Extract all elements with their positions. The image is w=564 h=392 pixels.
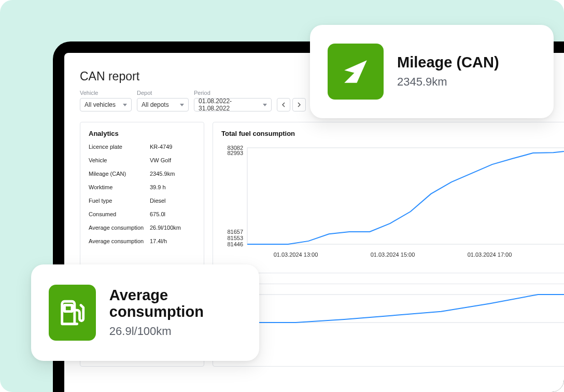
chart-body: 814468155381657829938308201.03.2024 13:0… [221, 145, 564, 262]
analytics-value: 39.9 h [150, 184, 166, 190]
analytics-rows: Licence plateKR-4749 VehicleVW Golf Mile… [89, 144, 195, 244]
chevron-down-icon [123, 104, 127, 106]
svg-text:83082: 83082 [227, 145, 243, 151]
svg-rect-10 [247, 148, 564, 244]
analytics-title: Analytics [89, 130, 195, 137]
analytics-label: Vehicle [89, 157, 150, 163]
fuel-pump-icon [49, 285, 96, 341]
analytics-value: Diesel [150, 198, 166, 204]
chevron-down-icon [263, 104, 267, 106]
depot-select[interactable]: All depots [137, 98, 189, 111]
stage: CAN report Vehicle All vehicles Depot Al… [0, 0, 564, 392]
card-title: Mileage (CAN) [397, 54, 499, 71]
chart-secondary: 240823241527 [213, 284, 564, 367]
card-mileage: Mileage (CAN) 2345.9km [310, 25, 554, 118]
card-value: 2345.9km [397, 75, 499, 89]
depot-select-value: All depots [142, 101, 169, 108]
analytics-row: Worktime39.9 h [89, 184, 195, 190]
charts-column: Total fuel consumption 81446815538165782… [213, 122, 564, 367]
card-value: 26.9l/100km [109, 325, 242, 338]
analytics-label: Mileage (CAN) [89, 171, 150, 177]
chevron-down-icon [180, 104, 184, 106]
analytics-value: 26.9l/100km [150, 225, 181, 231]
filter-label-vehicle: Vehicle [80, 90, 132, 96]
period-select-value: 01.08.2022-31.08.2022 [199, 97, 259, 112]
chart-body: 240823241527 [221, 291, 564, 340]
filter-label-period: Period [194, 90, 272, 96]
filter-label-depot: Depot [137, 90, 189, 96]
vehicle-select[interactable]: All vehicles [80, 98, 132, 111]
analytics-row: Average consumption17.4l/h [89, 238, 195, 244]
analytics-row: Mileage (CAN)2345.9km [89, 171, 195, 177]
navigate-icon [328, 44, 384, 100]
filter-vehicle: Vehicle All vehicles [80, 90, 132, 111]
prev-button[interactable] [277, 98, 290, 111]
svg-text:01.03.2024 17:00: 01.03.2024 17:00 [468, 251, 512, 258]
analytics-row: Average consumption26.9l/100km [89, 225, 195, 231]
chart-total-fuel: Total fuel consumption 81446815538165782… [213, 122, 564, 273]
analytics-row: Fuel typeDiesel [89, 198, 195, 204]
card-text: Average consumption 26.9l/100km [109, 287, 242, 338]
analytics-row: Consumed675.0l [89, 211, 195, 217]
card-text: Mileage (CAN) 2345.9km [397, 54, 499, 89]
analytics-row: Licence plateKR-4749 [89, 144, 195, 150]
card-average-consumption: Average consumption 26.9l/100km [31, 264, 259, 361]
svg-text:01.03.2024 13:00: 01.03.2024 13:00 [274, 251, 318, 258]
analytics-label: Consumed [89, 211, 150, 217]
period-select[interactable]: 01.08.2022-31.08.2022 [194, 98, 272, 111]
analytics-label: Worktime [89, 184, 150, 190]
filter-period: Period 01.08.2022-31.08.2022 [194, 90, 272, 111]
chevron-right-icon [298, 102, 301, 107]
analytics-label: Licence plate [89, 144, 150, 150]
chevron-left-icon [282, 102, 285, 107]
analytics-value: KR-4749 [150, 144, 172, 150]
next-button[interactable] [292, 98, 306, 111]
vehicle-select-value: All vehicles [84, 101, 116, 108]
analytics-value: 675.0l [150, 211, 165, 217]
analytics-value: 2345.9km [150, 171, 175, 177]
analytics-value: VW Golf [150, 157, 171, 163]
analytics-label: Fuel type [89, 198, 150, 204]
svg-text:01.03.2024 15:00: 01.03.2024 15:00 [371, 251, 415, 258]
svg-text:81657: 81657 [227, 229, 243, 235]
chart-title: Total fuel consumption [221, 130, 564, 137]
analytics-row: VehicleVW Golf [89, 157, 195, 163]
filter-depot: Depot All depots [137, 90, 189, 111]
svg-text:81446: 81446 [227, 241, 243, 247]
analytics-label: Average consumption [89, 225, 150, 231]
analytics-label: Average consumption [89, 238, 150, 244]
svg-text:81553: 81553 [227, 235, 243, 241]
analytics-value: 17.4l/h [150, 238, 167, 244]
card-title: Average consumption [109, 287, 242, 320]
